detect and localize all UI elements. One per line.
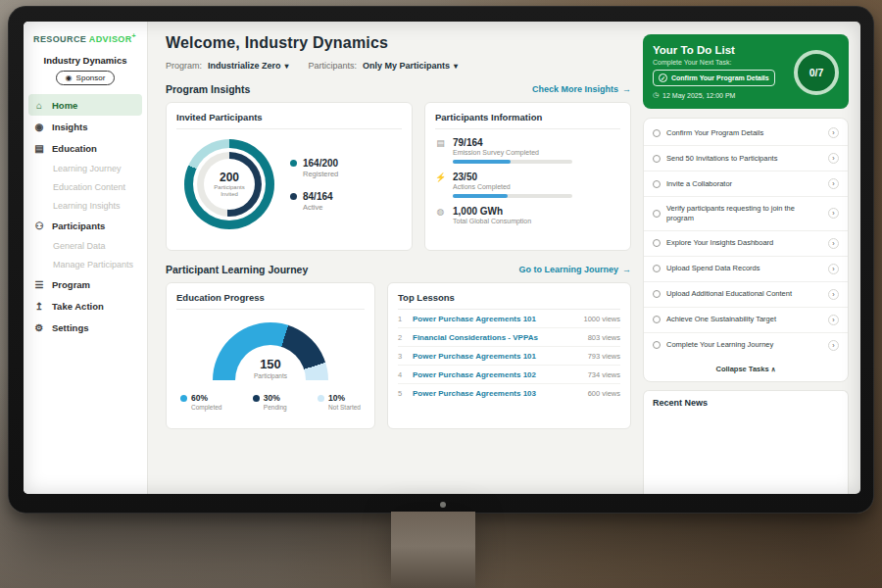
sidebar-item-learning-insights[interactable]: Learning Insights: [24, 196, 147, 215]
chevron-right-icon: ›: [828, 238, 839, 249]
collapse-tasks-link[interactable]: Collapse Tasks ∧: [644, 358, 848, 379]
lesson-row[interactable]: 3 Power Purchase Agreements 101 793 view…: [398, 347, 620, 366]
task-checkbox[interactable]: [653, 290, 661, 298]
chevron-right-icon: ›: [828, 178, 839, 189]
actions-icon: ⚡: [435, 172, 446, 198]
legend-dot-not-started: [318, 395, 324, 402]
sidebar-item-label: Manage Participants: [53, 260, 133, 270]
legend-dot-pending: [253, 395, 260, 402]
sidebar-item-education[interactable]: ▤ Education: [24, 137, 147, 159]
task-checkbox[interactable]: [653, 155, 661, 163]
consumption-icon: ◍: [435, 207, 446, 224]
legend-dot-completed: [180, 395, 187, 402]
participants-filter-label: Participants:: [309, 61, 358, 71]
learning-journey-title: Participant Learning Journey: [166, 264, 308, 275]
main-content: Welcome, Industry Dynamics Program: Indu…: [148, 22, 643, 494]
card-title: Top Lessons: [398, 292, 620, 310]
sidebar-item-label: Learning Insights: [53, 201, 121, 211]
next-task-chip[interactable]: ✓ Confirm Your Program Details: [653, 70, 775, 86]
todo-title: Your To Do List: [653, 44, 786, 56]
sidebar-item-settings[interactable]: ⚙ Settings: [24, 317, 147, 338]
invited-participants-card: Invited Participants 200 Participants In…: [166, 102, 413, 251]
filter-bar: Program: Industrialize Zero ▾ Participan…: [166, 61, 631, 71]
sidebar-menu: ⌂ Home ◉ Insights ▤ Education Learning J…: [24, 94, 147, 338]
education-icon: ▤: [33, 143, 45, 154]
sponsor-label: Sponsor: [76, 74, 106, 82]
sidebar-item-home[interactable]: ⌂ Home: [28, 94, 142, 116]
todo-task-achieve-target[interactable]: Achieve One Sustainability Target ›: [644, 308, 848, 333]
gauge-center-value: 150: [260, 358, 281, 370]
lesson-row[interactable]: 4 Power Purchase Agreements 102 734 view…: [398, 366, 620, 384]
brand-secondary: ADVISOR: [89, 34, 132, 44]
chevron-up-icon: ∧: [771, 366, 776, 372]
sidebar-item-label: Education: [52, 143, 97, 154]
lesson-row[interactable]: 1 Power Purchase Agreements 101 1000 vie…: [398, 310, 620, 328]
todo-task-complete-learning-journey[interactable]: Complete Your Learning Journey ›: [644, 333, 848, 358]
progress-bar: [453, 160, 572, 164]
legend-item-not-started: 10% Not Started: [318, 393, 361, 411]
legend-item-active: 84/164 Active: [290, 191, 338, 212]
legend-item-completed: 60% Completed: [180, 393, 221, 411]
todo-task-send-invitations[interactable]: Send 50 Invitations to Participants ›: [644, 146, 848, 172]
chevron-right-icon: ›: [828, 289, 839, 300]
sidebar-item-program[interactable]: ☰ Program: [24, 273, 147, 295]
sidebar-item-insights[interactable]: ◉ Insights: [24, 116, 147, 137]
monitor-stand: [391, 512, 475, 588]
legend-item-pending: 30% Pending: [253, 393, 287, 411]
stat-global-consumption: ◍ 1,000 GWh Total Global Consumption: [435, 206, 620, 224]
sidebar-item-education-content[interactable]: Education Content: [24, 177, 147, 196]
sponsor-badge[interactable]: ◉ Sponsor: [56, 71, 116, 85]
check-more-insights-link[interactable]: Check More Insights →: [532, 84, 631, 94]
participants-icon: ⚇: [33, 220, 45, 231]
check-icon: ✓: [659, 74, 667, 82]
todo-task-list: Confirm Your Program Details › Send 50 I…: [643, 118, 849, 382]
sidebar-item-manage-participants[interactable]: Manage Participants: [24, 255, 147, 273]
lesson-row[interactable]: 2 Financial Considerations - VPPAs 803 v…: [398, 328, 620, 347]
todo-task-confirm-program[interactable]: Confirm Your Program Details ›: [644, 121, 848, 146]
task-checkbox[interactable]: [653, 239, 661, 247]
program-filter-label: Program:: [166, 61, 202, 71]
sidebar-item-label: Learning Journey: [53, 164, 122, 173]
todo-task-explore-insights[interactable]: Explore Your Insights Dashboard ›: [644, 231, 848, 257]
task-checkbox[interactable]: [653, 210, 661, 218]
education-progress-gauge: 150 Participants: [213, 322, 328, 380]
task-checkbox[interactable]: [653, 316, 661, 323]
todo-task-verify-participants[interactable]: Verify participants requesting to join t…: [644, 197, 848, 231]
task-checkbox[interactable]: [653, 341, 661, 349]
program-insights-title: Program Insights: [166, 83, 250, 95]
task-checkbox[interactable]: [653, 129, 661, 137]
todo-panel: Your To Do List Complete Your Next Task:…: [643, 22, 860, 494]
lesson-row[interactable]: 5 Power Purchase Agreements 103 600 view…: [398, 384, 620, 402]
power-led: [440, 502, 446, 508]
sidebar-item-label: General Data: [53, 241, 106, 251]
sidebar-item-participants[interactable]: ⚇ Participants: [24, 215, 147, 236]
card-title: Participants Information: [435, 112, 620, 129]
program-filter-select[interactable]: Industrialize Zero ▾: [208, 61, 289, 71]
sidebar-item-take-action[interactable]: ↥ Take Action: [24, 295, 147, 317]
todo-progress-ring: 0/7: [794, 50, 839, 95]
clock-icon: ◷: [653, 91, 659, 99]
sidebar-item-learning-journey[interactable]: Learning Journey: [24, 159, 147, 177]
task-checkbox[interactable]: [653, 265, 661, 272]
participants-filter-select[interactable]: Only My Participants ▾: [363, 61, 458, 71]
chevron-right-icon: ›: [828, 315, 839, 325]
todo-task-invite-collaborator[interactable]: Invite a Collaborator ›: [644, 172, 848, 197]
go-to-learning-journey-link[interactable]: Go to Learning Journey →: [518, 265, 631, 274]
program-filter-value: Industrialize Zero: [208, 61, 281, 71]
gauge-legend: 60% Completed 30% Pending: [176, 380, 365, 411]
sidebar-item-label: Program: [52, 279, 90, 290]
task-checkbox[interactable]: [653, 180, 661, 188]
participants-filter-value: Only My Participants: [363, 61, 450, 71]
education-progress-card: Education Progress 150 Participants 60%: [166, 282, 375, 429]
card-title: Invited Participants: [176, 112, 402, 129]
participants-information-card: Participants Information ▤ 79/164 Emissi…: [424, 102, 631, 251]
arrow-right-icon: →: [622, 265, 631, 274]
monitor-frame: RESOURCE ADVISOR+ Industry Dynamics ◉ Sp…: [8, 6, 874, 514]
insights-icon: ◉: [33, 122, 45, 132]
sidebar-item-label: Participants: [52, 220, 105, 231]
sidebar-item-label: Settings: [52, 322, 88, 333]
todo-task-upload-spend-data[interactable]: Upload Spend Data Records ›: [644, 257, 848, 282]
todo-task-upload-educational-content[interactable]: Upload Additional Educational Content ›: [644, 282, 848, 308]
org-name: Industry Dynamics: [24, 55, 147, 66]
sidebar-item-general-data[interactable]: General Data: [24, 236, 147, 255]
